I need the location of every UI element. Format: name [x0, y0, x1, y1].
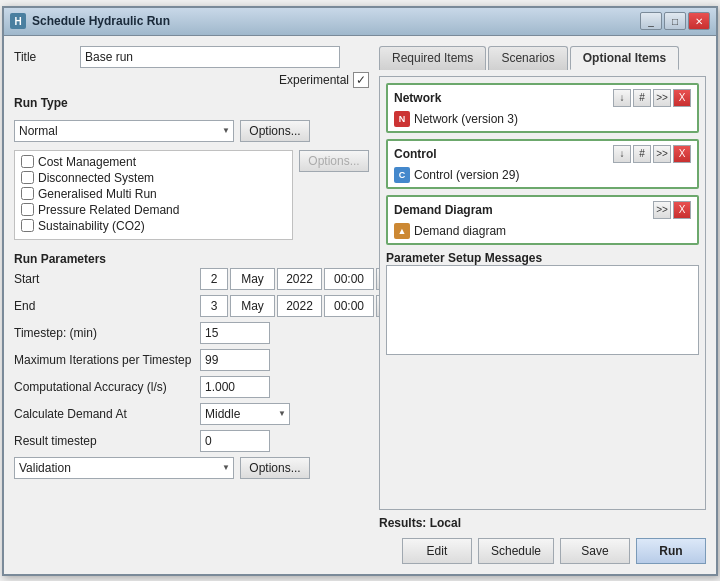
start-label: Start [14, 272, 194, 286]
end-month-input[interactable] [230, 295, 275, 317]
start-date-group: 📅 [200, 268, 398, 290]
title-row: Title [14, 46, 369, 68]
demand-remove-button[interactable]: X [673, 201, 691, 219]
network-card-buttons: ↓ # >> X [613, 89, 691, 107]
end-time-input[interactable] [324, 295, 374, 317]
calculate-demand-row: Calculate Demand At Middle Start End [14, 403, 369, 425]
right-panel: Required Items Scenarios Optional Items … [379, 46, 706, 564]
run-type-section-label: Run Type [14, 96, 369, 110]
control-down-button[interactable]: ↓ [613, 145, 631, 163]
window-controls: _ □ ✕ [640, 12, 710, 30]
end-year-input[interactable] [277, 295, 322, 317]
run-type-options-button[interactable]: Options... [240, 120, 310, 142]
results-row: Results: Local [379, 516, 706, 530]
control-item-row: C Control (version 29) [394, 167, 691, 183]
right-bottom-buttons: Edit Schedule Save Run [379, 536, 706, 564]
run-params-section: Run Parameters Start 📅 End [14, 252, 369, 479]
timestep-input[interactable] [200, 322, 270, 344]
demand-icon: ▲ [394, 223, 410, 239]
main-content: Title Experimental Run Type Normal Exten… [4, 36, 716, 574]
left-panel: Title Experimental Run Type Normal Exten… [14, 46, 369, 564]
timestep-row: Timestep: (min) [14, 322, 369, 344]
computational-accuracy-label: Computational Accuracy (l/s) [14, 380, 194, 394]
run-type-select-wrapper: Normal Extended Fast [14, 120, 234, 142]
title-label: Title [14, 50, 74, 64]
network-hash-button[interactable]: # [633, 89, 651, 107]
start-month-input[interactable] [230, 268, 275, 290]
control-item-label: Control (version 29) [414, 168, 519, 182]
schedule-button[interactable]: Schedule [478, 538, 554, 564]
run-type-select[interactable]: Normal Extended Fast [14, 120, 234, 142]
tab-optional-items[interactable]: Optional Items [570, 46, 679, 70]
experimental-checkbox[interactable] [353, 72, 369, 88]
demand-card-buttons: >> X [653, 201, 691, 219]
start-row: Start 📅 [14, 268, 369, 290]
run-button[interactable]: Run [636, 538, 706, 564]
end-row: End 📅 [14, 295, 369, 317]
start-time-input[interactable] [324, 268, 374, 290]
start-year-input[interactable] [277, 268, 322, 290]
checkbox-pressure-related-demand: Pressure Related Demand [21, 203, 286, 217]
result-timestep-row: Result timestep [14, 430, 369, 452]
minimize-button[interactable]: _ [640, 12, 662, 30]
parameter-setup-section: Parameter Setup Messages [386, 251, 699, 355]
validation-select-wrapper: Validation Calibration Design [14, 457, 234, 479]
control-card: Control ↓ # >> X C Control (version 29) [386, 139, 699, 189]
validation-select[interactable]: Validation Calibration Design [14, 457, 234, 479]
control-icon: C [394, 167, 410, 183]
edit-button[interactable]: Edit [402, 538, 472, 564]
control-card-header: Control ↓ # >> X [394, 145, 691, 163]
control-remove-button[interactable]: X [673, 145, 691, 163]
tab-content: Network ↓ # >> X N Network (version 3) [379, 76, 706, 510]
messages-area [386, 265, 699, 355]
calculate-demand-select-wrapper: Middle Start End [200, 403, 290, 425]
title-input[interactable] [80, 46, 340, 68]
checkbox-generalised-multi-run: Generalised Multi Run [21, 187, 286, 201]
result-timestep-label: Result timestep [14, 434, 194, 448]
run-params-label: Run Parameters [14, 252, 369, 266]
control-card-title: Control [394, 147, 437, 161]
network-icon: N [394, 111, 410, 127]
computational-accuracy-row: Computational Accuracy (l/s) [14, 376, 369, 398]
end-date-group: 📅 [200, 295, 398, 317]
end-day-input[interactable] [200, 295, 228, 317]
checkboxes-options-button[interactable]: Options... [299, 150, 369, 172]
validation-options-button[interactable]: Options... [240, 457, 310, 479]
demand-forward-button[interactable]: >> [653, 201, 671, 219]
save-button[interactable]: Save [560, 538, 630, 564]
experimental-label: Experimental [279, 73, 349, 87]
end-label: End [14, 299, 194, 313]
window-icon: H [10, 13, 26, 29]
close-button[interactable]: ✕ [688, 12, 710, 30]
checkboxes-section: Cost Management Disconnected System Gene… [14, 150, 369, 240]
demand-card-title: Demand Diagram [394, 203, 493, 217]
network-item-row: N Network (version 3) [394, 111, 691, 127]
tabs-header: Required Items Scenarios Optional Items [379, 46, 706, 70]
maximize-button[interactable]: □ [664, 12, 686, 30]
network-forward-button[interactable]: >> [653, 89, 671, 107]
computational-accuracy-input[interactable] [200, 376, 270, 398]
network-remove-button[interactable]: X [673, 89, 691, 107]
network-item-label: Network (version 3) [414, 112, 518, 126]
tab-required-items[interactable]: Required Items [379, 46, 486, 70]
parameter-setup-label: Parameter Setup Messages [386, 251, 699, 265]
demand-card: Demand Diagram >> X ▲ Demand diagram [386, 195, 699, 245]
control-hash-button[interactable]: # [633, 145, 651, 163]
network-card-header: Network ↓ # >> X [394, 89, 691, 107]
calculate-demand-label: Calculate Demand At [14, 407, 194, 421]
start-day-input[interactable] [200, 268, 228, 290]
checkboxes-group: Cost Management Disconnected System Gene… [14, 150, 293, 240]
calculate-demand-select[interactable]: Middle Start End [200, 403, 290, 425]
timestep-label: Timestep: (min) [14, 326, 194, 340]
max-iterations-label: Maximum Iterations per Timestep [14, 353, 194, 367]
validation-row: Validation Calibration Design Options... [14, 457, 369, 479]
control-forward-button[interactable]: >> [653, 145, 671, 163]
result-timestep-input[interactable] [200, 430, 270, 452]
window-title: Schedule Hydraulic Run [32, 14, 634, 28]
max-iterations-row: Maximum Iterations per Timestep [14, 349, 369, 371]
network-down-button[interactable]: ↓ [613, 89, 631, 107]
tab-scenarios[interactable]: Scenarios [488, 46, 567, 70]
max-iterations-input[interactable] [200, 349, 270, 371]
demand-item-label: Demand diagram [414, 224, 506, 238]
control-card-buttons: ↓ # >> X [613, 145, 691, 163]
